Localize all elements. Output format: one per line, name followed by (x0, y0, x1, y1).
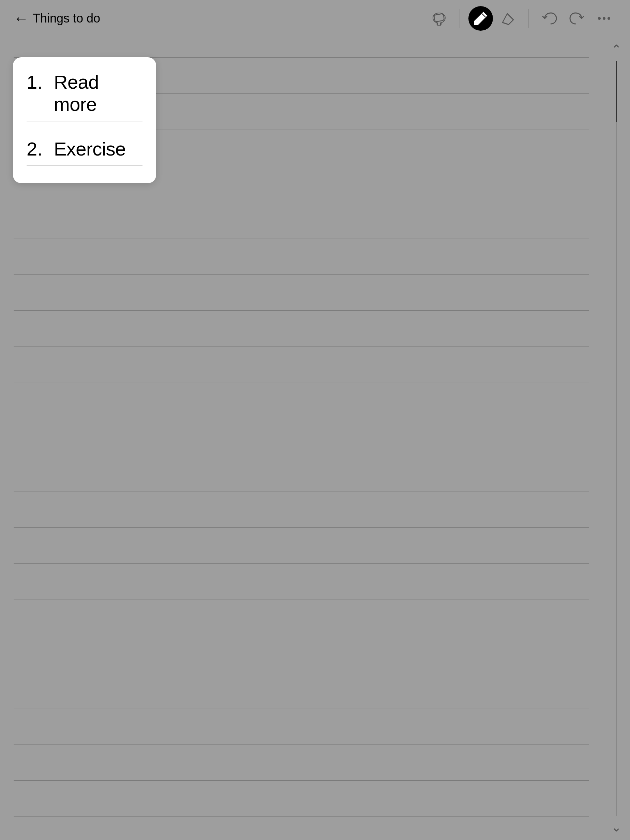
ruled-line (14, 383, 589, 383)
back-arrow-icon: ← (14, 11, 28, 26)
more-button[interactable] (592, 6, 616, 31)
ruled-line (14, 346, 589, 347)
scroll-down-button[interactable]: ⌄ (611, 820, 622, 835)
eraser-tool-button[interactable] (496, 6, 520, 31)
item-text: Read more (54, 71, 142, 115)
item-number: 2. (27, 138, 54, 160)
scrollbar-bar (616, 61, 617, 816)
item-number: 1. (27, 71, 54, 93)
toolbar-divider-1 (460, 9, 460, 28)
undo-icon (541, 10, 558, 27)
ruled-line (14, 238, 589, 238)
eraser-icon (500, 10, 516, 27)
ruled-line (14, 310, 589, 311)
scrollbar-thumb[interactable] (616, 61, 617, 122)
ruled-line (14, 708, 589, 708)
app-header: ← Things to do (0, 0, 630, 37)
ruled-line (14, 816, 589, 817)
ruled-line (14, 202, 589, 202)
ruled-line (14, 564, 589, 564)
ruled-line (14, 780, 589, 781)
svg-point-3 (608, 17, 610, 20)
toolbar-divider-2 (528, 9, 529, 28)
ruled-line (14, 672, 589, 672)
canvas-area[interactable]: 1. Read more 2. Exercise (0, 37, 603, 840)
undo-button[interactable] (537, 6, 562, 31)
ruled-line (14, 419, 589, 419)
note-card: 1. Read more 2. Exercise (13, 57, 156, 183)
scrollbar-track-line (616, 61, 617, 816)
item-text: Exercise (54, 138, 126, 160)
back-button[interactable]: ← Things to do (14, 11, 100, 26)
pen-tool-button[interactable] (468, 6, 493, 31)
svg-rect-0 (434, 14, 444, 22)
ruled-line (14, 636, 589, 636)
list-item: 2. Exercise (27, 138, 142, 166)
lasso-tool-button[interactable] (427, 6, 451, 31)
svg-point-1 (598, 17, 601, 20)
pen-icon (472, 10, 489, 27)
ruled-line (14, 455, 589, 455)
page-title: Things to do (33, 11, 100, 25)
list-item: 1. Read more (27, 71, 142, 122)
ruled-line (14, 600, 589, 600)
redo-button[interactable] (565, 6, 589, 31)
ruled-line (14, 274, 589, 275)
redo-icon (569, 10, 585, 27)
ruled-line (14, 527, 589, 527)
lasso-icon (431, 10, 447, 27)
ruled-line (14, 491, 589, 491)
scrollbar: ⌃ ⌄ (603, 37, 630, 840)
toolbar (427, 6, 616, 31)
ruled-line (14, 744, 589, 745)
scroll-up-button[interactable]: ⌃ (611, 42, 622, 57)
svg-point-2 (603, 17, 605, 20)
more-icon (596, 10, 612, 27)
